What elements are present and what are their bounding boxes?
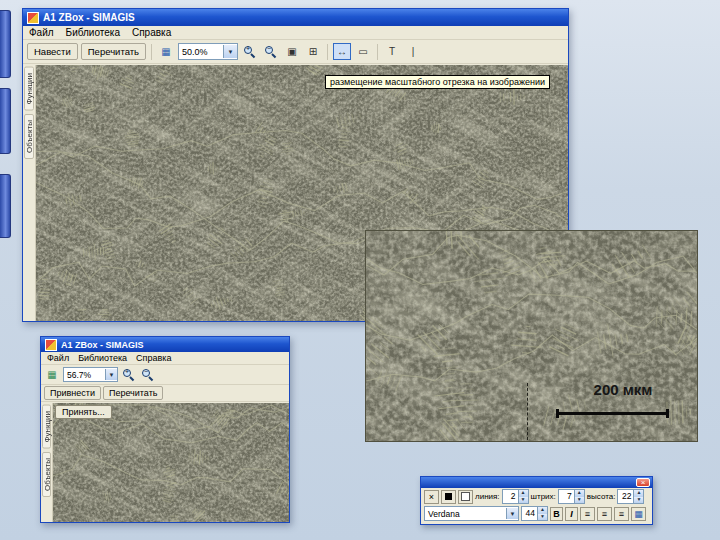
zoom-in-button[interactable]: + — [241, 43, 259, 60]
zoom-out-button[interactable]: − — [262, 43, 280, 60]
reread-button[interactable]: Перечитать — [81, 43, 146, 60]
slide-background: A1 ZBox - SIMAGIS Файл Библиотека Справк… — [0, 0, 720, 540]
decor-bar — [0, 88, 11, 154]
font-family-combo[interactable]: Verdana ▼ — [424, 506, 519, 521]
side-tab-objects[interactable]: Объекты — [42, 452, 51, 497]
zoom-out-icon: − — [142, 369, 154, 381]
side-tab-strip: Функции Объекты — [41, 403, 53, 522]
color-grid-icon[interactable]: ▦ — [631, 507, 646, 521]
toolbar-separator — [327, 44, 328, 60]
side-tab-objects[interactable]: Объекты — [24, 114, 34, 159]
library-icon[interactable]: ▦ — [157, 43, 175, 60]
zoom-out-button[interactable]: − — [140, 367, 156, 382]
window-title: A1 ZBox - SIMAGIS — [43, 12, 135, 23]
zoom-in-button[interactable]: + — [121, 367, 137, 382]
scale-bar — [556, 409, 669, 418]
action-button-row: Привнести Перечитать — [41, 385, 289, 402]
menu-help[interactable]: Справка — [136, 353, 171, 363]
height-label: высота: — [587, 492, 616, 501]
zoom-out-icon: − — [265, 46, 277, 58]
align-center-icon[interactable]: ≡ — [597, 507, 612, 521]
side-tab-strip: Функции Объекты — [23, 65, 36, 321]
dashed-guide-line — [527, 383, 528, 440]
accept-button[interactable]: Принять... — [55, 405, 112, 419]
bold-button[interactable]: B — [550, 507, 563, 521]
zoom-combo[interactable]: 56.7% ▼ — [63, 367, 118, 382]
scale-segment-tool-icon[interactable]: ↔ — [333, 43, 351, 60]
chevron-down-icon[interactable]: ▼ — [105, 369, 117, 380]
side-tab-functions[interactable]: Функции — [42, 405, 51, 449]
menu-bar: Файл Библиотека Справка — [23, 26, 568, 40]
spin-down-icon: ▼ — [519, 497, 528, 504]
menu-file[interactable]: Файл — [29, 27, 54, 38]
pan-icon[interactable]: ⊞ — [304, 43, 322, 60]
bring-button[interactable]: Навести — [27, 43, 78, 60]
filled-square-icon[interactable] — [441, 490, 456, 504]
dialog-row-geometry: × линия: 2 ▲▼ штрих: 7 ▲▼ высота: 22 ▲▼ — [421, 488, 652, 505]
font-name-value: Verdana — [428, 509, 503, 519]
zoom-in-icon: + — [123, 369, 135, 381]
height-stepper[interactable]: 22 ▲▼ — [617, 489, 644, 504]
decor-bar — [0, 174, 11, 238]
zoom-value: 50.0% — [182, 47, 220, 57]
menu-file[interactable]: Файл — [47, 353, 69, 363]
title-bar[interactable]: A1 ZBox - SIMAGIS — [23, 9, 568, 26]
line-width-label: линия: — [475, 492, 500, 501]
italic-button[interactable]: I — [565, 507, 578, 521]
micrograph-zoom-view[interactable]: 200 мкм — [365, 230, 698, 442]
bring-button[interactable]: Привнести — [44, 386, 101, 400]
window-title: A1 ZBox - SIMAGIS — [61, 340, 144, 350]
chevron-down-icon[interactable]: ▼ — [506, 508, 518, 519]
dash-stepper[interactable]: 7 ▲▼ — [558, 489, 585, 504]
toolbar-separator — [151, 44, 152, 60]
zoom-fit-icon[interactable]: ▣ — [283, 43, 301, 60]
app-icon — [45, 339, 57, 351]
scale-bar-right-tick — [666, 409, 669, 418]
dialog-title-bar[interactable]: × — [421, 477, 652, 488]
zoom-combo[interactable]: 50.0% ▼ — [178, 43, 238, 60]
toolbar: Навести Перечитать ▦ 50.0% ▼ + − ▣ ⊞ ↔ ▭… — [23, 40, 568, 64]
scale-label: 200 мкм — [562, 381, 684, 398]
app-icon — [27, 12, 39, 24]
ruler-icon[interactable]: ▭ — [354, 43, 372, 60]
toolbar-separator — [377, 44, 378, 60]
toolbar: ▦ 56.7% ▼ + − — [41, 365, 289, 385]
menu-library[interactable]: Библиотека — [66, 27, 120, 38]
align-right-icon[interactable]: ≡ — [614, 507, 629, 521]
side-tab-functions[interactable]: Функции — [24, 67, 34, 111]
dialog-row-font: Verdana ▼ 44 ▲▼ B I ≡ ≡ ≡ ▦ — [421, 505, 652, 522]
zoom-in-icon: + — [244, 46, 256, 58]
spin-down-icon: ▼ — [575, 497, 584, 504]
delete-icon[interactable]: × — [424, 490, 439, 504]
menu-bar: Файл Библиотека Справка — [41, 352, 289, 365]
font-size-stepper[interactable]: 44 ▲▼ — [521, 506, 548, 521]
decor-bar — [0, 10, 11, 78]
line-tool-icon[interactable]: | — [404, 43, 422, 60]
micrograph-canvas[interactable] — [53, 403, 289, 522]
tooltip: размещение масштабного отрезка на изобра… — [325, 75, 550, 89]
title-bar[interactable]: A1 ZBox - SIMAGIS — [41, 337, 289, 352]
align-left-icon[interactable]: ≡ — [580, 507, 595, 521]
scale-bar-line — [556, 412, 669, 415]
menu-help[interactable]: Справка — [132, 27, 171, 38]
empty-square-icon[interactable] — [458, 490, 473, 504]
small-window: A1 ZBox - SIMAGIS Файл Библиотека Справк… — [40, 336, 290, 523]
scale-bar-settings-dialog: × × линия: 2 ▲▼ штрих: 7 ▲▼ высота: 22 ▲… — [420, 476, 653, 525]
library-icon[interactable]: ▦ — [44, 367, 60, 382]
line-width-stepper[interactable]: 2 ▲▼ — [502, 489, 529, 504]
zoom-value: 56.7% — [67, 370, 102, 380]
spin-down-icon: ▼ — [538, 514, 547, 521]
spin-down-icon: ▼ — [634, 497, 643, 504]
menu-library[interactable]: Библиотека — [78, 353, 127, 363]
dash-label: штрих: — [531, 492, 556, 501]
chevron-down-icon[interactable]: ▼ — [223, 45, 237, 58]
text-tool-icon[interactable]: T — [383, 43, 401, 60]
reread-button[interactable]: Перечитать — [103, 386, 164, 400]
close-icon[interactable]: × — [636, 478, 650, 487]
